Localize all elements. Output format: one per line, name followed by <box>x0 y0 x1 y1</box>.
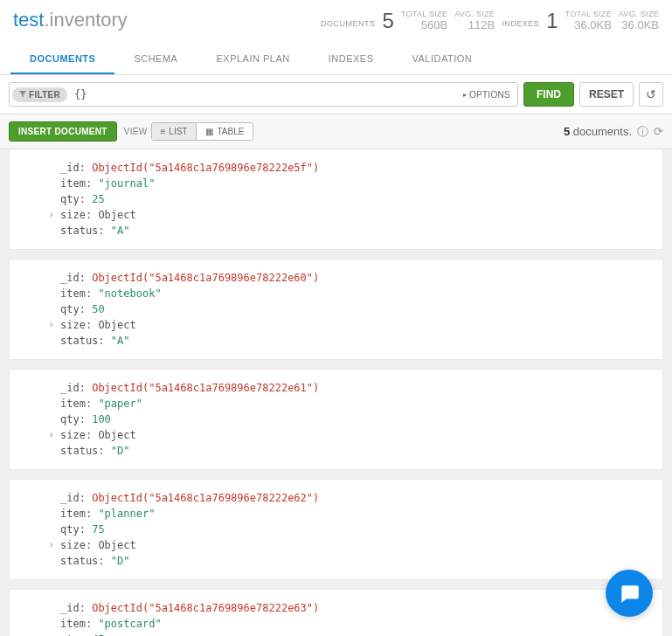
field-item: item: "journal" <box>60 176 662 191</box>
field-qty: qty: 100 <box>60 411 662 427</box>
insert-document-button[interactable]: INSERT DOCUMENT <box>9 121 117 142</box>
field-id: _id: ObjectId("5a1468c1a769896e78222e61"… <box>60 380 662 396</box>
filter-value[interactable]: {} <box>67 88 456 100</box>
stat-documents: DOCUMENTS 5 TOTAL SIZE 560B AVG. SIZE 11… <box>321 10 495 31</box>
namespace-title: test.inventory <box>13 9 128 31</box>
field-size[interactable]: size: Object <box>60 207 662 223</box>
document-card[interactable]: _id: ObjectId("5a1468c1a769896e78222e62"… <box>9 479 663 580</box>
field-status: status: "D" <box>60 553 662 569</box>
indexes-count: 1 <box>546 10 558 31</box>
view-table-button[interactable]: ▦ TABLE <box>196 123 253 140</box>
db-name: test <box>13 9 44 31</box>
filter-pill: FILTER <box>12 87 67 102</box>
field-size[interactable]: size: Object <box>60 427 662 443</box>
tab-schema[interactable]: SCHEMA <box>114 45 197 74</box>
filter-input[interactable]: FILTER {} OPTIONS <box>9 82 518 107</box>
tab-documents[interactable]: DOCUMENTS <box>10 45 114 74</box>
filter-bar: FILTER {} OPTIONS FIND RESET ↺ <box>0 75 672 114</box>
field-id: _id: ObjectId("5a1468c1a769896e78222e5f"… <box>60 160 662 176</box>
doc-avg-size: AVG. SIZE 112B <box>454 10 495 31</box>
field-size[interactable]: size: Object <box>60 537 662 553</box>
field-qty: qty: 50 <box>60 301 662 317</box>
field-qty: qty: 75 <box>60 522 662 537</box>
view-toggle: ≡ LIST ▦ TABLE <box>151 122 254 141</box>
field-status: status: "A" <box>60 223 662 238</box>
info-icon[interactable]: ⓘ <box>637 124 648 140</box>
filter-icon <box>19 91 26 98</box>
field-id: _id: ObjectId("5a1468c1a769896e78222e62"… <box>60 490 662 506</box>
history-icon: ↺ <box>646 87 656 101</box>
tab-validation[interactable]: VALIDATION <box>393 45 492 74</box>
document-card[interactable]: _id: ObjectId("5a1468c1a769896e78222e63"… <box>9 589 663 636</box>
view-label: VIEW <box>124 127 148 136</box>
find-button[interactable]: FIND <box>523 82 574 107</box>
chat-button[interactable] <box>606 570 653 617</box>
view-list-button[interactable]: ≡ LIST <box>152 123 197 140</box>
document-list: _id: ObjectId("5a1468c1a769896e78222e5f"… <box>0 149 672 636</box>
field-status: status: "D" <box>60 443 662 459</box>
table-icon: ▦ <box>205 127 213 136</box>
document-card[interactable]: _id: ObjectId("5a1468c1a769896e78222e61"… <box>9 369 663 470</box>
field-status: status: "A" <box>60 333 662 349</box>
idx-avg-size: AVG. SIZE 36.0KB <box>619 10 659 31</box>
history-button[interactable]: ↺ <box>639 82 663 107</box>
reset-button[interactable]: RESET <box>579 82 634 107</box>
documents-count: 5 <box>382 10 393 31</box>
document-card[interactable]: _id: ObjectId("5a1468c1a769896e78222e60"… <box>9 259 663 360</box>
options-button[interactable]: OPTIONS <box>456 90 517 100</box>
header: test.inventory DOCUMENTS 5 TOTAL SIZE 56… <box>0 0 672 36</box>
field-item: item: "postcard" <box>60 616 662 632</box>
doc-total-size: TOTAL SIZE 560B <box>401 10 447 31</box>
tab-bar: DOCUMENTS SCHEMA EXPLAIN PLAN INDEXES VA… <box>0 45 672 75</box>
indexes-label: INDEXES <box>502 19 539 31</box>
field-item: item: "paper" <box>60 396 662 411</box>
refresh-icon[interactable]: ⟳ <box>654 125 663 138</box>
field-item: item: "notebook" <box>60 286 662 301</box>
header-stats: DOCUMENTS 5 TOTAL SIZE 560B AVG. SIZE 11… <box>321 10 659 31</box>
field-qty: qty: 25 <box>60 191 662 207</box>
documents-label: DOCUMENTS <box>321 19 376 31</box>
tab-indexes[interactable]: INDEXES <box>309 45 393 74</box>
coll-name: .inventory <box>44 9 127 31</box>
toolbar: INSERT DOCUMENT VIEW ≡ LIST ▦ TABLE 5 do… <box>0 114 672 149</box>
stat-indexes: INDEXES 1 TOTAL SIZE 36.0KB AVG. SIZE 36… <box>502 10 659 31</box>
list-icon: ≡ <box>161 127 166 136</box>
tab-explain-plan[interactable]: EXPLAIN PLAN <box>197 45 308 74</box>
field-item: item: "planner" <box>60 506 662 522</box>
field-qty: qty: 45 <box>60 632 662 636</box>
field-id: _id: ObjectId("5a1468c1a769896e78222e63"… <box>60 600 662 616</box>
field-size[interactable]: size: Object <box>60 317 662 333</box>
result-count: 5 documents. ⓘ ⟳ <box>564 124 663 140</box>
document-card[interactable]: _id: ObjectId("5a1468c1a769896e78222e5f"… <box>9 149 663 250</box>
idx-total-size: TOTAL SIZE 36.0KB <box>565 10 612 31</box>
field-id: _id: ObjectId("5a1468c1a769896e78222e60"… <box>60 270 662 286</box>
chat-icon <box>618 582 641 605</box>
